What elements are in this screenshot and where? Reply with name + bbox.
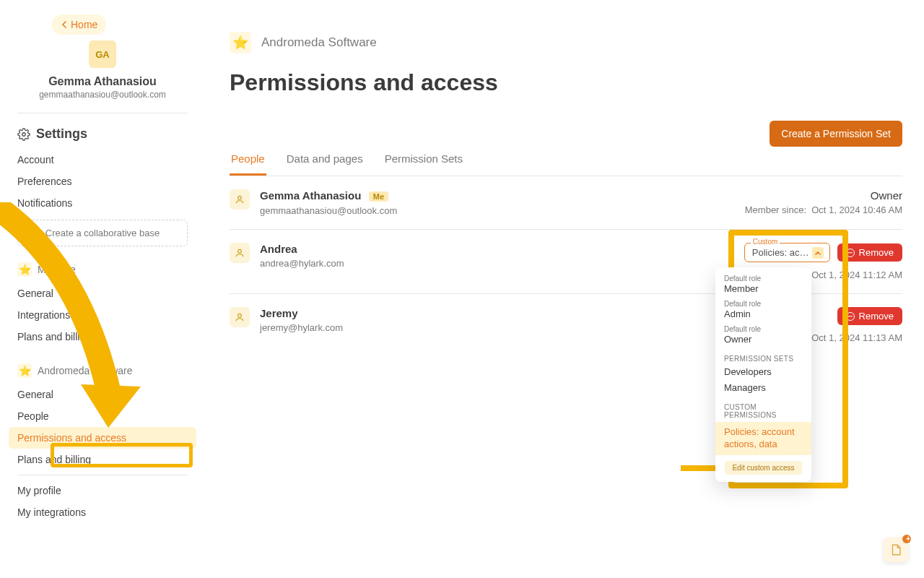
nav-base-plans[interactable]: Plans and billing	[9, 326, 196, 348]
remove-icon	[846, 312, 855, 321]
section-org: ⭐ Andromeda Software	[9, 348, 196, 384]
user-block: GA Gemma Athanasiou gemmaathanasiou@outl…	[9, 39, 196, 100]
gear-icon	[17, 128, 30, 141]
main-content: ⭐ Andromeda Software Permissions and acc…	[230, 0, 902, 578]
section-org-label: Andromeda Software	[38, 365, 133, 376]
user-avatar: GA	[89, 40, 116, 68]
person-row: Gemma Athanasiou Me gemmaathanasiou@outl…	[230, 176, 902, 230]
user-email: gemmaathanasiou@outlook.com	[9, 90, 196, 100]
section-my-base: ⭐ My base	[9, 246, 196, 282]
person-icon	[230, 243, 250, 263]
user-name: Gemma Athanasiou	[9, 75, 196, 88]
create-base-button[interactable]: Create a collaborative base	[17, 220, 188, 246]
page-title: Permissions and access	[230, 69, 902, 96]
divider	[17, 475, 188, 475]
dd-option-member[interactable]: Member	[715, 282, 811, 298]
person-icon	[230, 189, 250, 210]
svg-point-1	[238, 196, 242, 199]
svg-point-4	[238, 314, 242, 317]
chevron-left-icon	[61, 21, 68, 28]
remove-icon	[846, 249, 855, 257]
note-icon	[889, 543, 902, 556]
nav-notifications[interactable]: Notifications	[9, 192, 196, 214]
org-name: Andromeda Software	[261, 35, 377, 50]
nav-org-people[interactable]: People	[9, 405, 196, 427]
settings-heading: Settings	[9, 126, 196, 149]
role-select-value: Policies: ac…	[752, 247, 809, 258]
home-button[interactable]: Home	[52, 14, 106, 35]
person-name: Gemma Athanasiou	[260, 189, 361, 202]
org-logo: ⭐	[230, 32, 251, 53]
sidebar: Home GA Gemma Athanasiou gemmaathanasiou…	[0, 0, 205, 578]
tab-data-pages[interactable]: Data and pages	[285, 152, 365, 176]
section-base-label: My base	[38, 264, 76, 275]
org-icon: ⭐	[17, 363, 32, 378]
nav-org-plans[interactable]: Plans and billing	[9, 449, 196, 470]
person-name: Jeremy	[260, 307, 343, 319]
org-header: ⭐ Andromeda Software	[230, 32, 902, 53]
person-email: jeremy@hylark.com	[260, 322, 343, 333]
role-dropdown: Default role Member Default role Admin D…	[715, 267, 811, 482]
member-since-value: Oct 1, 2024 11:12 AM	[811, 269, 902, 280]
remove-label: Remove	[859, 247, 894, 258]
role-select[interactable]: Custom Policies: ac…	[744, 243, 830, 262]
tabs: People Data and pages Permission Sets	[230, 152, 902, 176]
person-row: Andrea andrea@hylark.com Custom Policies…	[230, 230, 902, 294]
dd-default-label: Default role	[715, 298, 811, 308]
help-fab[interactable]: +	[884, 538, 908, 562]
dd-section-permission-sets: PERMISSION SETS	[715, 349, 811, 366]
create-permission-set-button[interactable]: Create a Permission Set	[770, 121, 902, 147]
svg-point-2	[238, 249, 242, 253]
nav-my-integrations[interactable]: My integrations	[9, 501, 196, 523]
base-icon: ⭐	[17, 262, 32, 277]
remove-button[interactable]: Remove	[837, 307, 902, 325]
person-email: andrea@hylark.com	[260, 258, 344, 269]
dd-option-managers[interactable]: Managers	[715, 381, 811, 397]
person-role: Owner	[745, 189, 902, 202]
nav-base-general[interactable]: General	[9, 282, 196, 304]
chevron-up-icon	[812, 247, 824, 259]
settings-label: Settings	[36, 126, 87, 142]
nav-my-profile[interactable]: My profile	[9, 480, 196, 501]
nav-base-integrations[interactable]: Integrations	[9, 304, 196, 326]
svg-point-0	[22, 132, 26, 136]
nav-account[interactable]: Account	[9, 149, 196, 171]
remove-label: Remove	[859, 311, 894, 322]
member-since-label: Member since:	[745, 204, 806, 215]
nav-org-permissions[interactable]: Permissions and access	[9, 427, 196, 449]
dd-option-developers[interactable]: Developers	[715, 366, 811, 381]
member-since-value: Oct 1, 2024 11:13 AM	[811, 332, 902, 343]
member-since-value: Oct 1, 2024 10:46 AM	[811, 204, 902, 215]
dd-default-label: Default role	[715, 324, 811, 333]
plus-icon: +	[906, 535, 910, 543]
dd-option-admin[interactable]: Admin	[715, 308, 811, 324]
nav-preferences[interactable]: Preferences	[9, 171, 196, 192]
dd-section-custom: CUSTOM PERMISSIONS	[715, 397, 811, 422]
remove-button[interactable]: Remove	[837, 243, 902, 262]
divider	[17, 113, 188, 113]
person-email: gemmaathanasiou@outlook.com	[260, 205, 397, 216]
tab-people[interactable]: People	[230, 152, 266, 176]
nav-org-general[interactable]: General	[9, 384, 196, 405]
dd-option-policies[interactable]: Policies: account ac­tions, data	[715, 422, 811, 455]
person-name: Andrea	[260, 243, 344, 255]
edit-custom-access-button[interactable]: Edit custom access	[725, 461, 801, 475]
person-icon	[230, 307, 250, 327]
dd-default-label: Default role	[715, 273, 811, 282]
tab-permission-sets[interactable]: Permission Sets	[383, 152, 464, 176]
me-badge: Me	[369, 191, 388, 202]
home-label: Home	[71, 19, 97, 30]
dd-option-owner[interactable]: Owner	[715, 333, 811, 349]
role-select-float-label: Custom	[751, 238, 780, 246]
